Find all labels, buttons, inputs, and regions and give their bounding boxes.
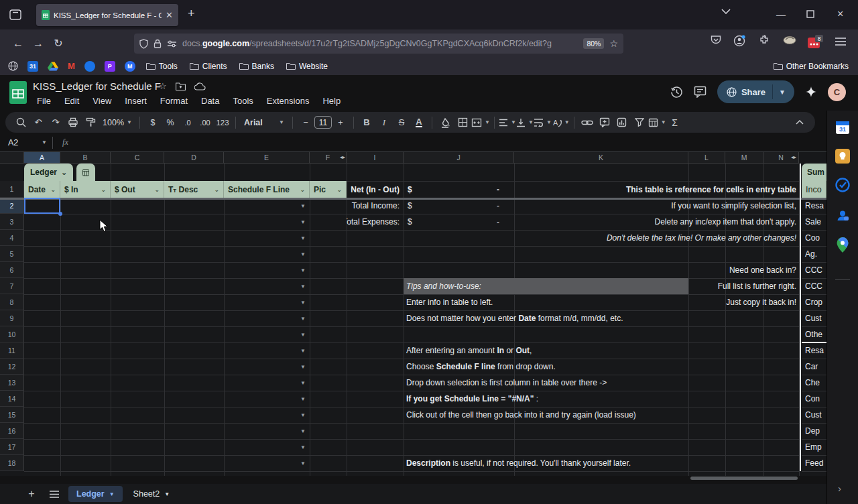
sheet-tab-caret[interactable]: ▼ <box>109 491 115 497</box>
insert-chart-icon[interactable] <box>613 114 631 131</box>
schedule-dropdown-caret-row9[interactable]: ▼ <box>300 316 306 322</box>
column-header-J[interactable]: J <box>404 152 514 164</box>
window-minimize-button[interactable]: — <box>776 9 786 20</box>
summary-item-13[interactable]: Con <box>802 391 826 407</box>
globe-bookmark-icon[interactable] <box>8 61 18 71</box>
account-icon[interactable] <box>733 35 745 47</box>
note-cell-K2[interactable]: If you want to simplify selection list, <box>404 198 796 214</box>
summary-item-8[interactable]: Cust <box>802 310 826 326</box>
schedule-dropdown-caret-row12[interactable]: ▼ <box>300 364 306 370</box>
table-header-pic[interactable]: Pic⌄ <box>310 181 347 198</box>
insert-link-icon[interactable] <box>578 114 596 131</box>
horizontal-align-icon[interactable]: ▼ <box>499 114 516 131</box>
forward-button[interactable]: → <box>28 38 48 50</box>
decrease-font-size-button[interactable]: − <box>297 114 314 131</box>
undo-icon[interactable]: ↶ <box>29 114 47 131</box>
menu-data[interactable]: Data <box>197 94 223 107</box>
column-filter-caret[interactable]: ⌄ <box>50 186 56 193</box>
column-header-E[interactable]: E <box>224 152 310 164</box>
note-cell-J15[interactable]: Click out of the cell then go back into … <box>406 407 796 423</box>
column-header-B[interactable]: B <box>60 152 111 164</box>
side-panel-chevron[interactable]: › <box>838 483 841 494</box>
column-header-A[interactable]: A <box>24 152 60 164</box>
horizontal-scrollbar[interactable] <box>690 477 798 480</box>
gemini-sparkle-icon[interactable] <box>805 86 817 98</box>
table-header-in[interactable]: $ In⌄ <box>60 181 111 198</box>
new-tab-button[interactable]: + <box>188 7 195 21</box>
table-views-icon[interactable]: ▼ <box>648 114 666 131</box>
gmail-bookmark-icon[interactable]: M <box>68 61 75 71</box>
blue-circle-bookmark-icon[interactable] <box>84 61 95 72</box>
account-avatar[interactable]: C <box>828 83 846 101</box>
number-format-button[interactable]: 123 <box>214 114 231 131</box>
summary-item-12[interactable]: Che <box>802 375 826 391</box>
m-bookmark-icon[interactable]: M <box>125 61 135 72</box>
collapse-toolbar-icon[interactable] <box>791 114 808 131</box>
summary-item-14[interactable]: Cust <box>802 407 826 423</box>
note-cell-J7[interactable]: Tips and how-to-use: <box>406 278 796 294</box>
drive-bookmark-icon[interactable] <box>48 62 58 71</box>
summary-item-2[interactable]: Sale <box>802 214 826 230</box>
sheet-tab-sheet2[interactable]: Sheet2▼ <box>125 486 178 502</box>
row-number-15[interactable]: 15 <box>0 407 24 423</box>
other-bookmarks-folder[interactable]: Other Bookmarks <box>774 62 849 71</box>
column-filter-caret[interactable]: ⌄ <box>214 186 219 193</box>
column-header-C[interactable]: C <box>111 152 164 164</box>
note-cell-J9[interactable]: Does not matter how you enter Date forma… <box>406 310 796 326</box>
note-cell-K4[interactable]: Don't delete the tax line! Or make any o… <box>404 230 796 246</box>
menu-help[interactable]: Help <box>318 94 345 107</box>
vertical-align-icon[interactable]: ▼ <box>516 114 534 131</box>
font-select[interactable]: Arial▼ <box>240 114 288 131</box>
keep-panel-icon[interactable] <box>835 148 851 164</box>
column-header-K[interactable]: K <box>514 152 688 164</box>
summary-item-5[interactable]: CCC <box>802 262 826 278</box>
note-cell-J12[interactable]: Choose Schedule F line from drop down. <box>406 359 796 375</box>
back-button[interactable]: ← <box>8 38 28 50</box>
sheet-tab-ledger[interactable]: Ledger▼ <box>68 486 123 502</box>
search-menus-icon[interactable] <box>12 114 29 131</box>
row-number-17[interactable]: 17 <box>0 439 24 455</box>
version-history-icon[interactable] <box>670 86 683 99</box>
bookmark-folder-tools[interactable]: Tools <box>146 62 178 71</box>
star-document-icon[interactable]: ☆ <box>159 81 167 91</box>
url-text[interactable]: docs.google.com/spreadsheets/d/17u2rTg2t… <box>182 39 578 48</box>
column-filter-caret[interactable]: ⌄ <box>101 186 106 193</box>
row-number-1[interactable]: 1 <box>0 181 24 198</box>
table-chip-menu-icon[interactable] <box>76 164 95 181</box>
text-color-button[interactable]: A <box>410 114 428 131</box>
row-number-18[interactable]: 18 <box>0 455 24 471</box>
summary-item-16[interactable]: Emp <box>802 439 826 455</box>
row-number-7[interactable]: 7 <box>0 278 24 294</box>
row-number-14[interactable]: 14 <box>0 391 24 407</box>
note-cell-K3[interactable]: Delete any inc/exp item that don't apply… <box>404 214 796 230</box>
note-cell-J13[interactable]: Drop down selection is first column in t… <box>406 375 796 391</box>
schedule-dropdown-caret-row13[interactable]: ▼ <box>300 380 306 386</box>
schedule-dropdown-caret-row3[interactable]: ▼ <box>300 219 306 225</box>
summary-item-17[interactable]: Feed <box>802 455 826 471</box>
summary-item-6[interactable]: CCC <box>802 278 826 294</box>
schedule-dropdown-caret-row2[interactable]: ▼ <box>300 203 306 209</box>
formula-input[interactable] <box>68 133 826 151</box>
firefox-view-icon[interactable] <box>7 7 24 23</box>
schedule-dropdown-caret-row17[interactable]: ▼ <box>300 444 306 450</box>
row-number-12[interactable]: 12 <box>0 359 24 375</box>
note-cell-J11[interactable]: After entering an amount In or Out, <box>406 342 796 359</box>
bookmark-folder-clients[interactable]: Clients <box>190 62 227 71</box>
name-box-caret[interactable]: ▼ <box>42 139 47 145</box>
bookmark-folder-banks[interactable]: Banks <box>239 62 274 71</box>
row-number-16[interactable]: 16 <box>0 423 24 439</box>
format-percent-button[interactable]: % <box>162 114 179 131</box>
note-cell-J14[interactable]: If you get Schedule Line = "#N/A" : <box>406 391 796 407</box>
font-size-input[interactable]: 11 <box>314 114 332 131</box>
column-filter-caret[interactable]: ⌄ <box>300 186 305 193</box>
selection-fill-handle[interactable] <box>58 212 62 216</box>
table-header-desc[interactable]: TT Desc⌄ <box>164 181 224 198</box>
column-header-I[interactable]: I <box>347 152 404 164</box>
calendar-bookmark-icon[interactable]: 31 <box>27 61 38 72</box>
selected-cell-a2[interactable] <box>24 198 60 214</box>
spreadsheet-grid[interactable]: ABCDEFIJKLMN◂▸◂▸123456789101112131415161… <box>0 152 826 476</box>
hidden-columns-after-n-icon[interactable]: ◂▸ <box>791 154 796 160</box>
tracking-shield-icon[interactable] <box>139 39 148 49</box>
summary-item-4[interactable]: Ag. <box>802 246 826 262</box>
insert-comment-icon[interactable] <box>596 114 613 131</box>
